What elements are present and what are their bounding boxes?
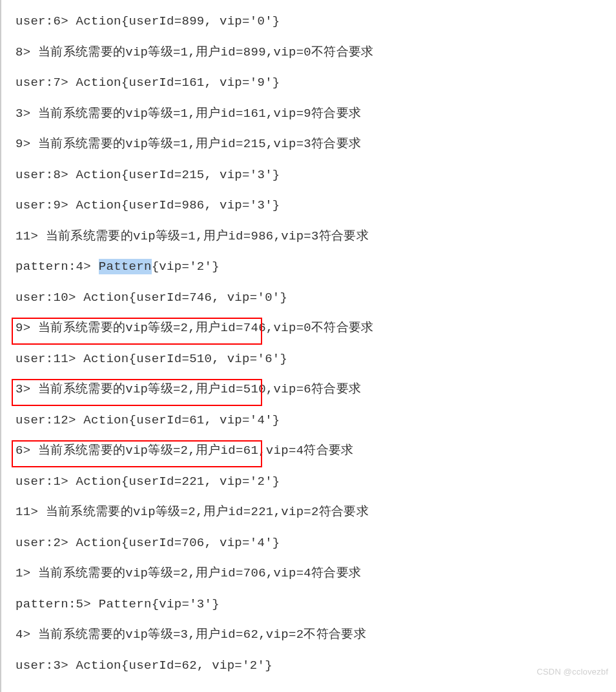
log-line-10[interactable]: 9> 当前系统需要的vip等级=2,用户id=746,vip=0不符合要求 — [15, 313, 616, 344]
log-line-21[interactable]: user:3> Action{userId=62, vip='2'} — [15, 651, 616, 682]
left-border — [0, 0, 1, 692]
log-line-17[interactable]: user:2> Action{userId=706, vip='4'} — [15, 528, 616, 559]
log-line-0[interactable]: user:6> Action{userId=899, vip='0'} — [15, 6, 616, 37]
log-line-8[interactable]: pattern:4> Pattern{vip='2'} — [15, 252, 616, 283]
log-line-13[interactable]: user:12> Action{userId=61, vip='4'} — [15, 405, 616, 436]
log-line-18[interactable]: 1> 当前系统需要的vip等级=2,用户id=706,vip=4符合要求 — [15, 558, 616, 589]
log-line-1[interactable]: 8> 当前系统需要的vip等级=1,用户id=899,vip=0不符合要求 — [15, 37, 616, 68]
highlighted-text[interactable]: Pattern — [99, 259, 152, 274]
log-text-suffix: {vip='2'} — [152, 260, 220, 274]
log-output: user:6> Action{userId=899, vip='0'}8> 当前… — [15, 6, 616, 681]
log-line-4[interactable]: 9> 当前系统需要的vip等级=1,用户id=215,vip=3符合要求 — [15, 129, 616, 160]
log-line-20[interactable]: 4> 当前系统需要的vip等级=3,用户id=62,vip=2不符合要求 — [15, 620, 616, 651]
log-line-19[interactable]: pattern:5> Pattern{vip='3'} — [15, 589, 616, 620]
log-line-11[interactable]: user:11> Action{userId=510, vip='6'} — [15, 344, 616, 375]
log-line-3[interactable]: 3> 当前系统需要的vip等级=1,用户id=161,vip=9符合要求 — [15, 99, 616, 130]
log-line-12[interactable]: 3> 当前系统需要的vip等级=2,用户id=510,vip=6符合要求 — [15, 374, 616, 405]
watermark: CSDN @cclovezbf — [537, 656, 608, 687]
log-line-9[interactable]: user:10> Action{userId=746, vip='0'} — [15, 283, 616, 314]
log-line-14[interactable]: 6> 当前系统需要的vip等级=2,用户id=61,vip=4符合要求 — [15, 436, 616, 467]
log-line-16[interactable]: 11> 当前系统需要的vip等级=2,用户id=221,vip=2符合要求 — [15, 497, 616, 528]
log-line-2[interactable]: user:7> Action{userId=161, vip='9'} — [15, 68, 616, 99]
log-line-15[interactable]: user:1> Action{userId=221, vip='2'} — [15, 467, 616, 498]
log-line-5[interactable]: user:8> Action{userId=215, vip='3'} — [15, 160, 616, 191]
log-line-6[interactable]: user:9> Action{userId=986, vip='3'} — [15, 190, 616, 221]
log-text-prefix: pattern:4> — [15, 260, 99, 274]
log-line-7[interactable]: 11> 当前系统需要的vip等级=1,用户id=986,vip=3符合要求 — [15, 221, 616, 252]
